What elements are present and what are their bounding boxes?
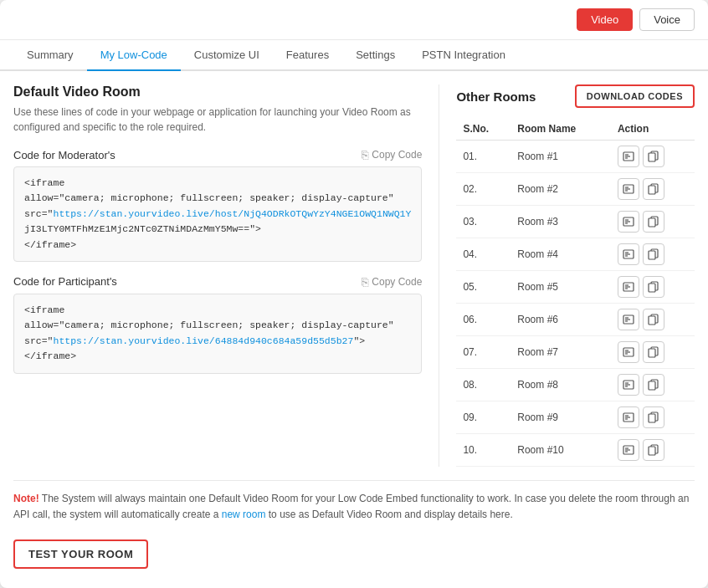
room-code-button[interactable] xyxy=(618,211,639,233)
copy-icon-moderator: ⎘ xyxy=(362,148,368,161)
room-copy-button[interactable] xyxy=(643,178,664,200)
room-code-button[interactable] xyxy=(618,374,639,396)
svg-rect-35 xyxy=(649,316,655,325)
copy-code-moderator-button[interactable]: ⎘ Copy Code xyxy=(362,148,422,161)
room-actions xyxy=(611,369,695,401)
room-sno: 03. xyxy=(456,206,510,238)
table-row: 03. Room #3 xyxy=(456,206,695,238)
participant-code-url: https://stan.yourvideo.live/64884d940c68… xyxy=(54,335,354,346)
copy-code-participant-button[interactable]: ⎘ Copy Code xyxy=(362,275,422,289)
tabs-row: Summary My Low-Code Customize UI Feature… xyxy=(0,40,708,71)
room-name: Room #4 xyxy=(510,238,611,271)
section-title: Default Video Room xyxy=(13,84,422,100)
room-name: Room #10 xyxy=(510,434,611,467)
room-code-button[interactable] xyxy=(618,276,639,298)
copy-icon-participant: ⎘ xyxy=(362,275,368,289)
room-copy-button[interactable] xyxy=(643,374,664,396)
room-actions xyxy=(611,238,695,271)
table-row: 10. Room #10 xyxy=(456,434,695,467)
note-bold: Note! xyxy=(13,493,39,504)
room-code-button[interactable] xyxy=(618,178,639,200)
room-actions xyxy=(611,173,695,206)
room-actions xyxy=(611,434,695,467)
room-name: Room #6 xyxy=(510,304,611,336)
room-code-button[interactable] xyxy=(618,146,639,167)
room-actions xyxy=(611,336,695,369)
top-bar: Video Voice xyxy=(0,0,708,40)
section-description: Use these lines of code in your webpage … xyxy=(13,105,422,135)
svg-rect-11 xyxy=(649,186,655,194)
room-code-button[interactable] xyxy=(618,309,639,330)
room-sno: 06. xyxy=(456,304,510,336)
tab-settings[interactable]: Settings xyxy=(342,40,408,71)
room-actions xyxy=(611,141,695,173)
room-copy-button[interactable] xyxy=(643,406,664,428)
table-row: 04. Room #4 xyxy=(456,238,695,271)
room-copy-button[interactable] xyxy=(643,309,664,330)
room-name: Room #2 xyxy=(510,173,611,206)
col-action: Action xyxy=(611,118,695,141)
svg-rect-17 xyxy=(649,218,655,227)
room-code-button[interactable] xyxy=(618,439,639,461)
table-row: 05. Room #5 xyxy=(456,271,695,304)
room-sno: 10. xyxy=(456,434,510,467)
room-copy-button[interactable] xyxy=(643,341,664,363)
svg-rect-53 xyxy=(649,414,655,422)
moderator-code-area: <iframe allow="camera; microphone; fulls… xyxy=(13,166,422,262)
room-sno: 07. xyxy=(456,336,510,369)
test-your-room-button[interactable]: TEST YOUR ROOM xyxy=(13,539,148,569)
main-content: Default Video Room Use these lines of co… xyxy=(0,71,708,480)
download-codes-button[interactable]: DOWNLOAD CODES xyxy=(575,84,695,108)
tab-features[interactable]: Features xyxy=(273,40,342,71)
room-actions xyxy=(611,304,695,336)
room-actions xyxy=(611,271,695,304)
room-sno: 08. xyxy=(456,369,510,401)
svg-rect-59 xyxy=(649,447,655,455)
tab-summary[interactable]: Summary xyxy=(13,40,87,71)
col-room-name: Room Name xyxy=(510,118,611,141)
left-panel: Default Video Room Use these lines of co… xyxy=(13,84,439,467)
video-button[interactable]: Video xyxy=(577,8,633,31)
room-name: Room #3 xyxy=(510,206,611,238)
room-code-button[interactable] xyxy=(618,341,639,363)
table-row: 06. Room #6 xyxy=(456,304,695,336)
table-row: 02. Room #2 xyxy=(456,173,695,206)
room-actions xyxy=(611,401,695,434)
participant-code-label-row: Code for Participant's ⎘ Copy Code xyxy=(13,275,422,289)
room-sno: 05. xyxy=(456,271,510,304)
room-name: Room #8 xyxy=(510,369,611,401)
room-sno: 01. xyxy=(456,141,510,173)
other-rooms-title: Other Rooms xyxy=(456,89,536,104)
table-header-row: S.No. Room Name Action xyxy=(456,118,695,141)
tab-pstn-integration[interactable]: PSTN Integration xyxy=(408,40,519,71)
test-room-section: TEST YOUR ROOM xyxy=(0,533,708,585)
svg-rect-29 xyxy=(649,284,655,292)
note-link[interactable]: new room xyxy=(222,509,266,520)
moderator-code-label-row: Code for Moderator's ⎘ Copy Code xyxy=(13,148,422,161)
svg-rect-41 xyxy=(649,349,655,357)
rooms-table: S.No. Room Name Action 01. Room #1 xyxy=(456,118,695,467)
table-row: 07. Room #7 xyxy=(456,336,695,369)
table-row: 09. Room #9 xyxy=(456,401,695,434)
participant-label: Code for Participant's xyxy=(13,275,117,288)
room-sno: 02. xyxy=(456,173,510,206)
right-header: Other Rooms DOWNLOAD CODES xyxy=(456,84,695,108)
room-name: Room #5 xyxy=(510,271,611,304)
room-copy-button[interactable] xyxy=(643,439,664,461)
svg-rect-47 xyxy=(649,381,655,390)
room-copy-button[interactable] xyxy=(643,243,664,265)
main-container: Video Voice Summary My Low-Code Customiz… xyxy=(0,0,708,588)
note-text-2: to use as Default Video Room and display… xyxy=(265,509,512,520)
moderator-label: Code for Moderator's xyxy=(13,149,115,161)
room-copy-button[interactable] xyxy=(643,211,664,233)
room-name: Room #7 xyxy=(510,336,611,369)
participant-code-area: <iframe allow="camera; microphone; fulls… xyxy=(13,294,422,374)
room-copy-button[interactable] xyxy=(643,146,664,167)
tab-customize-ui[interactable]: Customize UI xyxy=(181,40,273,71)
voice-button[interactable]: Voice xyxy=(639,8,695,31)
room-code-button[interactable] xyxy=(618,406,639,428)
room-copy-button[interactable] xyxy=(643,276,664,298)
room-code-button[interactable] xyxy=(618,243,639,265)
note-section: Note! The System will always maintain on… xyxy=(0,481,708,533)
tab-my-low-code[interactable]: My Low-Code xyxy=(87,40,181,71)
